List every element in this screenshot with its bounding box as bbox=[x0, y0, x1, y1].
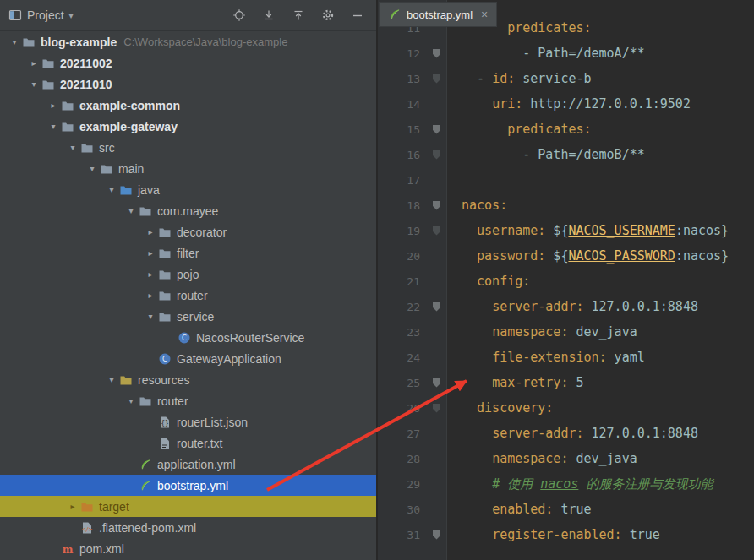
code-line-27[interactable]: 27 server-addr: 127.0.0.1:8848 bbox=[378, 421, 754, 446]
gutter-tag-icon[interactable] bbox=[433, 226, 440, 236]
code-line-14[interactable]: 14 uri: http://127.0.0.1:9502 bbox=[378, 91, 754, 117]
gutter-tag-icon[interactable] bbox=[433, 125, 440, 134]
tree-item-20211010[interactable]: ▾20211010 bbox=[0, 73, 376, 95]
code-line-17[interactable]: 17 bbox=[378, 167, 754, 193]
chevron-down-icon[interactable]: ▾ bbox=[7, 37, 22, 46]
code-line-28[interactable]: 28 namespace: dev_java bbox=[378, 446, 754, 471]
chevron-down-icon[interactable]: ▾ bbox=[104, 375, 119, 384]
tree-item-application-yml[interactable]: application.yml bbox=[0, 454, 376, 475]
chevron-down-icon[interactable]: ▾ bbox=[85, 164, 100, 173]
tree-item-filter[interactable]: ▸filter bbox=[0, 242, 376, 264]
token-val: - Path=/demoA/** bbox=[522, 46, 645, 61]
chevron-right-icon[interactable]: ▸ bbox=[143, 248, 158, 258]
tree-item-bootstrap-yml[interactable]: bootstrap.yml bbox=[0, 475, 376, 496]
token-var: NACOS_USERNAME bbox=[568, 223, 675, 238]
editor-tab-bootstrap-yml[interactable]: bootstrap.yml × bbox=[379, 2, 497, 27]
chevron-right-icon[interactable]: ▸ bbox=[46, 101, 61, 110]
chevron-down-icon[interactable]: ▾ bbox=[69, 11, 74, 20]
code-line-26[interactable]: 26 discovery: bbox=[378, 395, 754, 421]
tree-item-flattened-pom-xml[interactable]: </>.flattened-pom.xml bbox=[0, 517, 376, 538]
tree-item-resources[interactable]: ▾resources bbox=[0, 369, 376, 390]
code-line-13[interactable]: 13 - id: service-b bbox=[378, 66, 754, 91]
settings-icon[interactable] bbox=[321, 8, 335, 22]
tree-item-router[interactable]: ▾router bbox=[0, 390, 376, 411]
gutter-tag-icon[interactable] bbox=[433, 150, 440, 160]
chevron-right-icon[interactable]: ▸ bbox=[26, 58, 41, 68]
code-line-20[interactable]: 20 password: ${NACOS_PASSWORD:nacos} bbox=[378, 243, 754, 269]
gutter-tag-icon[interactable] bbox=[433, 302, 440, 312]
gutter-tag-icon[interactable] bbox=[433, 378, 440, 388]
code-line-18[interactable]: 18nacos: bbox=[378, 193, 754, 218]
locate-icon[interactable] bbox=[232, 8, 246, 22]
gutter-tag-icon[interactable] bbox=[433, 201, 440, 210]
chevron-right-icon[interactable]: ▸ bbox=[65, 502, 80, 511]
code-line-15[interactable]: 15 predicates: bbox=[378, 117, 754, 142]
tree-item-src[interactable]: ▾src bbox=[0, 137, 376, 158]
gutter-tag-icon[interactable] bbox=[433, 49, 440, 58]
code-line-31[interactable]: 31 register-enabled: true bbox=[378, 522, 754, 547]
code-line-24[interactable]: 24 file-extension: yaml bbox=[378, 345, 754, 370]
code-text: file-extension: yaml bbox=[450, 350, 645, 365]
xml-file-icon: </> bbox=[80, 521, 94, 535]
tree-item-label: NacosRouterService bbox=[196, 331, 304, 345]
svg-text:C: C bbox=[182, 334, 187, 342]
hide-icon[interactable] bbox=[351, 8, 364, 22]
folder-icon bbox=[61, 99, 74, 112]
line-number: 12 bbox=[378, 47, 423, 60]
tree-item-pojo[interactable]: ▸pojo bbox=[0, 264, 376, 285]
tree-item-gatewayapplication[interactable]: CGatewayApplication bbox=[0, 348, 376, 369]
chevron-down-icon[interactable]: ▾ bbox=[104, 185, 119, 194]
tree-item-label: java bbox=[138, 183, 160, 197]
collapse-all-icon[interactable] bbox=[292, 8, 305, 22]
chevron-down-icon[interactable]: ▾ bbox=[143, 312, 158, 321]
tree-item-blog-example[interactable]: ▾blog-exampleC:\Workspace\Java\blog-exam… bbox=[0, 31, 376, 52]
code-line-22[interactable]: 22 server-addr: 127.0.0.1:8848 bbox=[378, 294, 754, 319]
text-file-icon bbox=[158, 437, 172, 450]
panel-title[interactable]: Project bbox=[27, 8, 64, 22]
folder-icon bbox=[158, 268, 172, 281]
code-line-19[interactable]: 19 username: ${NACOS_USERNAME:nacos} bbox=[378, 218, 754, 243]
tree-item-service[interactable]: ▾service bbox=[0, 306, 376, 327]
tree-item-java[interactable]: ▾java bbox=[0, 179, 376, 200]
code-line-12[interactable]: 12 - Path=/demoA/** bbox=[378, 41, 754, 66]
chevron-right-icon[interactable]: ▸ bbox=[143, 291, 158, 300]
chevron-down-icon[interactable]: ▾ bbox=[26, 79, 41, 89]
tree-item-main[interactable]: ▾main bbox=[0, 158, 376, 179]
class-icon: C bbox=[158, 352, 172, 366]
gutter-tag-icon[interactable] bbox=[433, 74, 440, 84]
code-text: - Path=/demoA/** bbox=[450, 46, 645, 61]
gutter-slot bbox=[423, 49, 450, 58]
code-text: # 使用 nacos 的服务注册与发现功能 bbox=[450, 476, 713, 492]
tree-item-router[interactable]: ▸router bbox=[0, 285, 376, 306]
svg-text:</>: </> bbox=[82, 526, 93, 533]
close-icon[interactable]: × bbox=[481, 8, 488, 21]
code-line-29[interactable]: 29 # 使用 nacos 的服务注册与发现功能 bbox=[378, 471, 754, 497]
tree-item-decorator[interactable]: ▸decorator bbox=[0, 221, 376, 242]
svg-text:{}: {} bbox=[161, 420, 169, 427]
chevron-down-icon[interactable]: ▾ bbox=[65, 143, 80, 152]
tree-item-com-mayee[interactable]: ▾com.mayee bbox=[0, 200, 376, 221]
tree-item-target[interactable]: ▸target bbox=[0, 496, 376, 517]
chevron-down-icon[interactable]: ▾ bbox=[46, 122, 61, 131]
gutter-tag-icon[interactable] bbox=[433, 530, 440, 540]
code-line-23[interactable]: 23 namespace: dev_java bbox=[378, 319, 754, 345]
code-line-25[interactable]: 25 max-retry: 5 bbox=[378, 370, 754, 395]
line-number: 27 bbox=[378, 427, 423, 440]
gutter-tag-icon[interactable] bbox=[433, 404, 440, 413]
tree-item-nacosrouterservice[interactable]: CNacosRouterService bbox=[0, 327, 376, 348]
tree-item-router-txt[interactable]: router.txt bbox=[0, 432, 376, 454]
code-line-16[interactable]: 16 - Path=/demoB/** bbox=[378, 142, 754, 167]
chevron-down-icon[interactable]: ▾ bbox=[123, 206, 139, 215]
scroll-from-source-icon[interactable] bbox=[262, 8, 276, 22]
chevron-down-icon[interactable]: ▾ bbox=[123, 396, 139, 405]
chevron-right-icon[interactable]: ▸ bbox=[143, 227, 158, 237]
tree-item-example-gateway[interactable]: ▾example-gateway bbox=[0, 116, 376, 137]
tree-item-20211002[interactable]: ▸20211002 bbox=[0, 52, 376, 73]
chevron-right-icon[interactable]: ▸ bbox=[143, 269, 158, 279]
tree-item-label: main bbox=[118, 162, 144, 176]
code-line-30[interactable]: 30 enabled: true bbox=[378, 497, 754, 522]
code-line-21[interactable]: 21 config: bbox=[378, 269, 754, 294]
tree-item-pom-xml[interactable]: mpom.xml bbox=[0, 538, 376, 559]
tree-item-rouerlist-json[interactable]: {}rouerList.json bbox=[0, 411, 376, 432]
tree-item-example-common[interactable]: ▸example-common bbox=[0, 95, 376, 116]
